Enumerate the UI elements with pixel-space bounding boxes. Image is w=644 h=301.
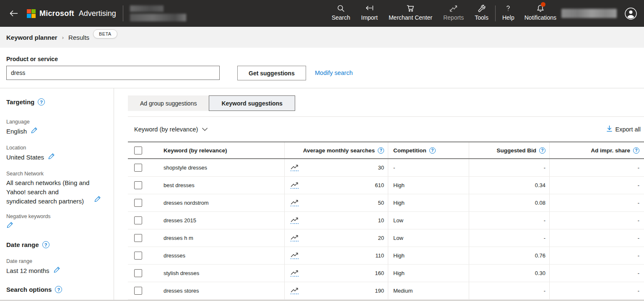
nav-help[interactable]: Help: [502, 4, 514, 21]
row-checkbox[interactable]: [134, 199, 142, 207]
nav-merchant-center[interactable]: Merchant Center: [389, 4, 432, 21]
product-or-service-label: Product or service: [6, 56, 58, 62]
pencil-icon[interactable]: [6, 221, 14, 231]
row-checkbox[interactable]: [134, 269, 142, 277]
brand[interactable]: Microsoft Advertising: [27, 9, 116, 18]
trend-sparkline-icon[interactable]: [290, 182, 299, 189]
search-network-value: All search networks (Bing and Yahoo! sea…: [6, 178, 90, 206]
row-checkbox[interactable]: [134, 287, 142, 295]
pencil-icon[interactable]: [94, 195, 101, 205]
keyword-cell: stylish dresses: [157, 265, 284, 282]
trend-sparkline-icon[interactable]: [290, 252, 299, 259]
competition-cell: Low: [388, 229, 469, 247]
pencil-icon[interactable]: [48, 152, 55, 162]
keyword-cell: shopstyle dresses: [157, 159, 284, 176]
nav-notifications[interactable]: Notifications: [525, 4, 556, 21]
table-row: dresses stores 190 Medium - -: [128, 282, 644, 300]
negative-keywords-label: Negative keywords: [6, 214, 109, 219]
download-icon: [606, 125, 613, 134]
get-suggestions-button[interactable]: Get suggestions: [237, 66, 306, 80]
redacted-account-info: [130, 5, 186, 21]
help-circle-icon[interactable]: ?: [38, 98, 45, 105]
competition-cell: High: [388, 265, 469, 282]
breadcrumb-keyword-planner[interactable]: Keyword planner: [6, 34, 57, 41]
searches-value: 30: [378, 165, 384, 171]
nav-tools-label: Tools: [475, 14, 488, 21]
col-keyword[interactable]: Keyword (by relevance): [157, 142, 284, 158]
col-suggested-bid[interactable]: Suggested Bid ?: [469, 142, 549, 158]
tab-keyword-suggestions[interactable]: Keyword suggestions: [209, 95, 295, 111]
product-or-service-input[interactable]: [6, 66, 220, 80]
keyword-suggestions-table: Keyword (by relevance) Average monthly s…: [128, 141, 644, 300]
trend-sparkline-icon[interactable]: [290, 165, 299, 171]
nav-search[interactable]: Search: [332, 4, 350, 21]
help-circle-icon[interactable]: ?: [378, 147, 384, 154]
row-checkbox[interactable]: [134, 252, 142, 260]
account-menu[interactable]: [624, 7, 637, 20]
nav-reports[interactable]: Reports: [443, 4, 464, 21]
tab-ad-group-suggestions[interactable]: Ad group suggestions: [128, 95, 209, 111]
back-button[interactable]: [7, 6, 21, 21]
pencil-icon[interactable]: [53, 266, 61, 276]
searches-cell: 30: [284, 159, 388, 176]
row-checkbox[interactable]: [134, 234, 142, 242]
topbar-divider: [495, 5, 496, 21]
row-checkbox[interactable]: [134, 164, 142, 172]
competition-cell: High: [388, 247, 469, 264]
keyword-planner-page: Microsoft Advertising Search Import: [0, 0, 644, 301]
searches-value: 190: [375, 288, 384, 294]
competition-cell: High: [388, 194, 469, 211]
keyword-cell: dressses: [157, 247, 284, 264]
question-mark-icon: [504, 4, 512, 13]
searches-cell: 20: [284, 229, 388, 247]
nav-import[interactable]: Import: [361, 4, 378, 21]
redacted-account-name: [561, 9, 617, 18]
searches-value: 20: [378, 235, 384, 241]
pencil-icon[interactable]: [31, 126, 38, 136]
ad-impr-share-cell: -: [549, 265, 644, 282]
help-circle-icon[interactable]: ?: [429, 147, 436, 154]
topbar-divider: [123, 5, 123, 21]
row-checkbox[interactable]: [134, 181, 142, 189]
back-arrow-icon: [8, 8, 19, 18]
top-navigation-bar: Microsoft Advertising Search Import: [0, 0, 644, 27]
search-options-title: Search options: [6, 286, 52, 293]
shopping-cart-icon: [405, 4, 415, 13]
select-all-checkbox[interactable]: [134, 147, 142, 154]
trend-sparkline-icon[interactable]: [290, 235, 299, 242]
date-range-title: Date range: [6, 241, 39, 248]
nav-tools[interactable]: Tools: [475, 4, 488, 21]
help-circle-icon[interactable]: ?: [539, 147, 545, 154]
sidebar-divider: [114, 88, 114, 301]
row-checkbox[interactable]: [134, 216, 142, 224]
microsoft-logo-icon: [27, 9, 36, 18]
export-all-button[interactable]: Export all: [606, 125, 641, 134]
language-label: Language: [6, 119, 109, 125]
col-competition[interactable]: Competition ?: [388, 142, 469, 158]
search-network-value-row: All search networks (Bing and Yahoo! sea…: [6, 178, 109, 206]
suggested-bid-cell: 0.34: [469, 177, 549, 194]
bell-icon: [536, 4, 545, 13]
help-circle-icon[interactable]: ?: [55, 286, 62, 293]
table-row: dresses 2015 10 Low - -: [128, 212, 644, 229]
help-circle-icon[interactable]: ?: [42, 241, 49, 248]
trend-sparkline-icon[interactable]: [290, 270, 299, 277]
help-circle-icon[interactable]: ?: [633, 147, 639, 154]
trend-sparkline-icon[interactable]: [290, 288, 299, 294]
suggested-bid-cell: 0.76: [469, 247, 549, 264]
modify-search-link[interactable]: Modify search: [315, 69, 353, 76]
sort-dropdown-value: Keyword (by relevance): [134, 126, 198, 133]
sort-dropdown[interactable]: Keyword (by relevance): [134, 126, 208, 133]
person-icon: [624, 7, 637, 20]
search-icon: [336, 4, 345, 13]
suggestion-tabs: Ad group suggestions Keyword suggestions: [128, 95, 644, 111]
searches-cell: 10: [284, 212, 388, 229]
trend-sparkline-icon[interactable]: [290, 217, 299, 224]
ad-impr-share-cell: -: [549, 212, 644, 229]
col-ad-impr-share[interactable]: Ad impr. share ?: [549, 142, 644, 158]
date-range-value: Last 12 months: [6, 266, 49, 275]
table-header: Keyword (by relevance) Average monthly s…: [128, 141, 644, 159]
col-searches[interactable]: Average monthly searches ?: [284, 142, 388, 158]
trend-sparkline-icon[interactable]: [290, 200, 299, 206]
search-network-label: Search Network: [6, 171, 109, 177]
